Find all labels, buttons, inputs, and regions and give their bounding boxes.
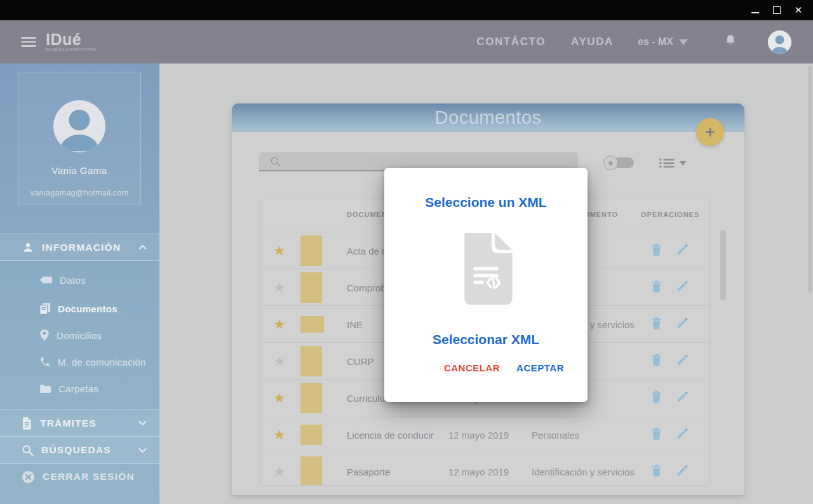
- nav-help-link[interactable]: AYUDA: [571, 36, 614, 48]
- phone-icon: [39, 356, 51, 368]
- delete-trash-icon[interactable]: [651, 243, 662, 258]
- document-category: Personales: [532, 429, 579, 440]
- document-date: 12 mayo 2019: [448, 466, 509, 477]
- minimize-button[interactable]: [751, 6, 760, 15]
- chevron-down-icon: [138, 420, 147, 426]
- notifications-bell-icon[interactable]: [723, 33, 737, 51]
- star-icon[interactable]: ★: [271, 390, 288, 406]
- search-icon: [22, 444, 34, 456]
- documents-icon: [39, 302, 51, 315]
- minimize-icon: [751, 12, 759, 13]
- table-row[interactable]: ★ Licencia de conducir 12 mayo 2019 Pers…: [261, 416, 709, 453]
- list-view-icon: [659, 158, 675, 168]
- card-icon: [39, 275, 53, 284]
- star-icon[interactable]: ★: [271, 464, 288, 479]
- close-icon: ✕: [795, 6, 803, 15]
- select-xml-dialog: Seleccione un XML Seleccionar XML CANCEL…: [384, 168, 588, 402]
- delete-trash-icon[interactable]: [651, 427, 662, 442]
- star-icon[interactable]: ★: [271, 243, 288, 258]
- menu-hamburger-icon[interactable]: [21, 37, 36, 47]
- edit-pencil-icon[interactable]: [676, 280, 689, 295]
- maximize-icon: [773, 6, 781, 14]
- xml-file-icon: [456, 230, 516, 308]
- page-title: Documentos: [435, 107, 542, 128]
- star-icon[interactable]: ★: [271, 280, 288, 295]
- page-scrollbar[interactable]: [808, 65, 812, 293]
- delete-trash-icon[interactable]: [651, 280, 662, 295]
- table-row[interactable]: ★ Pasaporte 12 mayo 2019 Identificación …: [261, 453, 709, 486]
- x-circle-icon: [22, 470, 35, 484]
- delete-trash-icon[interactable]: [651, 354, 662, 369]
- sidebar-item-medios-comunicacion[interactable]: M. de comunicación: [0, 348, 159, 375]
- star-icon[interactable]: ★: [271, 427, 288, 442]
- table-scrollbar[interactable]: [720, 230, 726, 300]
- sidebar-item-label: Documentos: [58, 303, 118, 314]
- column-header-operaciones: OPERACIONES: [641, 211, 699, 218]
- star-icon: ★: [603, 156, 618, 170]
- cancel-button[interactable]: CANCELAR: [444, 362, 500, 373]
- sidebar-item-domicilios[interactable]: Domicilios: [0, 322, 159, 348]
- close-button[interactable]: ✕: [794, 6, 803, 15]
- language-selector[interactable]: es - MX: [638, 36, 688, 48]
- document-date: 12 mayo 2019: [448, 429, 509, 440]
- location-pin-icon: [39, 329, 50, 342]
- nav-contact-link[interactable]: CONTÁCTO: [476, 36, 546, 48]
- profile-name: Vania Gama: [18, 165, 140, 176]
- edit-pencil-icon[interactable]: [676, 354, 689, 368]
- dialog-title: Seleccione un XML: [384, 195, 588, 210]
- select-xml-link[interactable]: Seleccionar XML: [384, 332, 588, 347]
- document-thumbnail[interactable]: [300, 456, 322, 486]
- document-name: Licencia de conducir: [347, 429, 434, 440]
- sidebar-section-busquedas[interactable]: BÚSQUEDAS: [0, 437, 159, 464]
- edit-pencil-icon[interactable]: [676, 464, 689, 479]
- edit-pencil-icon[interactable]: [676, 427, 689, 442]
- favorites-filter-toggle[interactable]: ★: [603, 156, 635, 170]
- os-titlebar: ✕: [0, 0, 813, 20]
- sidebar-item-datos[interactable]: Datos: [0, 267, 159, 293]
- chevron-down-icon: [680, 161, 686, 166]
- chevron-up-icon: [138, 244, 147, 250]
- document-thumbnail[interactable]: [300, 235, 322, 266]
- sidebar: Vania Gama vaniagamag@hotmail.com INFORM…: [0, 63, 159, 504]
- edit-pencil-icon[interactable]: [676, 390, 689, 405]
- document-name: INE: [347, 319, 363, 329]
- accept-button[interactable]: ACEPTAR: [516, 362, 564, 373]
- edit-pencil-icon[interactable]: [676, 243, 689, 258]
- maximize-button[interactable]: [772, 6, 781, 15]
- documents-panel-header: Documentos: [232, 103, 744, 132]
- chevron-down-icon: [138, 448, 147, 453]
- app-window: ✕ IDué DILIGENCE AUTHENTICATION CONTÁCTO…: [0, 0, 813, 504]
- document-thumbnail[interactable]: [300, 425, 322, 445]
- add-document-button[interactable]: +: [696, 118, 724, 146]
- star-icon[interactable]: ★: [271, 317, 288, 332]
- document-thumbnail[interactable]: [300, 316, 324, 333]
- plus-icon: +: [705, 123, 715, 142]
- delete-trash-icon[interactable]: [651, 317, 662, 332]
- sidebar-logout[interactable]: CERRAR SESIÓN: [0, 464, 159, 489]
- edit-pencil-icon[interactable]: [676, 317, 689, 331]
- sidebar-section-tramites[interactable]: TRÁMITES: [0, 409, 159, 437]
- star-icon[interactable]: ★: [271, 354, 288, 369]
- app-logo: IDué DILIGENCE AUTHENTICATION: [46, 32, 97, 52]
- sidebar-item-carpetas[interactable]: Carpetas: [0, 375, 159, 402]
- sidebar-item-label: M. de comunicación: [58, 357, 146, 368]
- sidebar-item-documentos[interactable]: Documentos: [0, 295, 159, 322]
- document-thumbnail[interactable]: [300, 346, 322, 376]
- app-header: IDué DILIGENCE AUTHENTICATION CONTÁCTO A…: [0, 20, 813, 63]
- document-name: Pasaporte: [347, 466, 390, 477]
- file-icon: [22, 417, 32, 430]
- sidebar-item-label: Carpetas: [58, 383, 98, 394]
- document-thumbnail[interactable]: [300, 383, 322, 413]
- sidebar-section-informacion[interactable]: INFORMACIÓN: [0, 234, 159, 261]
- delete-trash-icon[interactable]: [651, 390, 662, 406]
- folder-icon: [39, 383, 51, 394]
- section-label: TRÁMITES: [40, 418, 97, 429]
- view-selector[interactable]: [659, 158, 686, 168]
- language-label: es - MX: [638, 36, 673, 48]
- dialog-actions: CANCELAR ACEPTAR: [444, 362, 564, 373]
- user-avatar[interactable]: [768, 30, 791, 54]
- document-thumbnail[interactable]: [300, 272, 322, 303]
- delete-trash-icon[interactable]: [651, 464, 662, 479]
- chevron-down-icon: [679, 39, 688, 45]
- sidebar-item-label: Domicilios: [57, 330, 102, 341]
